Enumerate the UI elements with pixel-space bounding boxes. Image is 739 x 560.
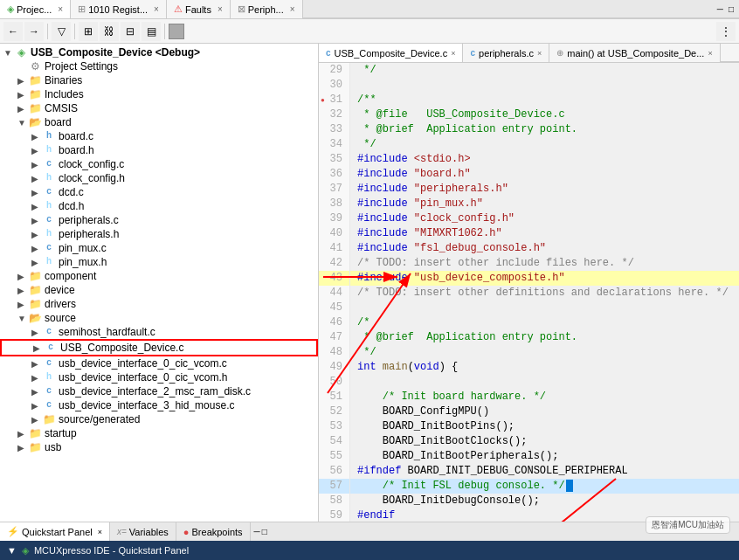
minimize-view-icon[interactable]: ─ bbox=[254, 527, 260, 536]
collapse-button[interactable]: ⊟ bbox=[121, 22, 140, 41]
includes-label: Includes bbox=[45, 88, 84, 100]
tree-item-device[interactable]: ▶ 📁 device bbox=[0, 283, 318, 297]
arrow: ▶ bbox=[17, 300, 28, 309]
file-c-icon: c bbox=[42, 186, 56, 198]
tab-faults[interactable]: ⚠ Faults × bbox=[167, 0, 231, 18]
tab-registers-label: 1010 Regist... bbox=[88, 4, 148, 15]
arrow: ▶ bbox=[31, 216, 42, 225]
arrow: ▶ bbox=[17, 443, 28, 453]
tab-peripherals[interactable]: ⊠ Periph... × bbox=[231, 0, 303, 18]
tree-item-usb-if3[interactable]: ▶ c usb_device_interface_3_hid_mouse.c bbox=[0, 398, 318, 412]
folder-icon: 📁 bbox=[28, 284, 42, 296]
back-button[interactable]: ← bbox=[3, 22, 23, 41]
code-line-49: 49 int main(void) { bbox=[319, 360, 739, 375]
faults-icon: ⚠ bbox=[174, 3, 183, 15]
tree-item-usb-composite[interactable]: ▶ c USB_Composite_Device.c bbox=[0, 339, 318, 356]
menu-button[interactable]: ⋮ bbox=[716, 22, 736, 41]
tree-item-board-h[interactable]: ▶ h board.h bbox=[0, 143, 318, 157]
tab-registers-close[interactable]: × bbox=[154, 4, 159, 14]
bottom-tab-breakpoints[interactable]: ● Breakpoints bbox=[176, 522, 251, 541]
grid-button[interactable]: ⊞ bbox=[79, 22, 98, 41]
tree-item-usb-if0-cic-h[interactable]: ▶ h usb_device_interface_0_cic_vcom.h bbox=[0, 370, 318, 384]
code-line-29: 29 */ bbox=[319, 63, 739, 78]
maximize-icon[interactable]: □ bbox=[727, 4, 736, 14]
bottom-tab-variables[interactable]: x= Variables bbox=[110, 522, 176, 541]
folder-icon: 📂 bbox=[28, 312, 42, 324]
tree-item-startup[interactable]: ▶ 📁 startup bbox=[0, 426, 318, 440]
tree-item-binaries[interactable]: ▶ 📁 Binaries bbox=[0, 73, 318, 87]
folder-icon: 📁 bbox=[28, 427, 42, 439]
tree-item-includes[interactable]: ▶ 📁 Includes bbox=[0, 87, 318, 101]
tree-item-dcd-h[interactable]: ▶ h dcd.h bbox=[0, 199, 318, 213]
link-button[interactable]: ⛓ bbox=[100, 22, 119, 41]
code-line-53: 53 BOARD_InitBootPins(); bbox=[319, 419, 739, 434]
file-h-icon: h bbox=[42, 228, 56, 240]
editor-tab-main-close[interactable]: × bbox=[708, 49, 712, 58]
code-line-34: 34 */ bbox=[319, 137, 739, 152]
left-panel: ▼ ◈ USB_Composite_Device <Debug> ▶ ⚙ Pro… bbox=[0, 44, 319, 522]
code-line-50: 50 bbox=[319, 375, 739, 390]
tree-item-pin-mux-h[interactable]: ▶ h pin_mux.h bbox=[0, 255, 318, 269]
quickstart-close[interactable]: × bbox=[98, 528, 102, 536]
tree-item-component[interactable]: ▶ 📁 component bbox=[0, 269, 318, 283]
editor-tab-main-label: main() at USB_Composite_De... bbox=[567, 48, 704, 59]
arrow: ▶ bbox=[31, 359, 42, 369]
folder-icon: 📁 bbox=[28, 88, 42, 100]
arrow: ▶ bbox=[31, 160, 42, 169]
tree-item-project-settings[interactable]: ▶ ⚙ Project Settings bbox=[0, 59, 318, 73]
tree-item-clock-config-c[interactable]: ▶ c clock_config.c bbox=[0, 157, 318, 171]
source-label: source bbox=[45, 312, 76, 324]
expand-button[interactable]: ▤ bbox=[142, 22, 161, 41]
tree-item-board[interactable]: ▼ 📂 board bbox=[0, 115, 318, 129]
editor-container: c USB_Composite_Device.c × c peripherals… bbox=[319, 44, 739, 522]
usb-if3-label: usb_device_interface_3_hid_mouse.c bbox=[59, 399, 234, 411]
tree-item-usb-if0-cic[interactable]: ▶ c usb_device_interface_0_cic_vcom.c bbox=[0, 356, 318, 370]
tab-faults-close[interactable]: × bbox=[218, 4, 223, 14]
editor-tab-peripherals-close[interactable]: × bbox=[537, 49, 542, 58]
tree-item-source-generated[interactable]: ▶ 📁 source/generated bbox=[0, 412, 318, 426]
arrow: ▶ bbox=[31, 328, 42, 337]
tab-project-close[interactable]: × bbox=[58, 4, 63, 14]
tree-item-source[interactable]: ▼ 📂 source bbox=[0, 311, 318, 325]
arrow: ▶ bbox=[17, 429, 28, 439]
editor-tab-usb-composite[interactable]: c USB_Composite_Device.c × bbox=[319, 44, 463, 62]
file-c-icon: c bbox=[44, 342, 58, 354]
tree-item-peripherals-c[interactable]: ▶ c peripherals.c bbox=[0, 213, 318, 227]
maximize-view-icon[interactable]: □ bbox=[262, 527, 267, 536]
file-h-icon: h bbox=[42, 200, 56, 212]
tree-item-usb[interactable]: ▶ 📁 usb bbox=[0, 440, 318, 454]
editor-tab-peripherals[interactable]: c peripherals.c × bbox=[463, 44, 549, 62]
toolbar: ← → ▽ ⊞ ⛓ ⊟ ▤ ⋮ bbox=[0, 19, 739, 44]
tree-item-cmsis[interactable]: ▶ 📁 CMSIS bbox=[0, 101, 318, 115]
tree-item-semihost[interactable]: ▶ c semihost_hardfault.c bbox=[0, 325, 318, 339]
tab-peripherals-close[interactable]: × bbox=[290, 4, 295, 14]
bottom-tab-quickstart[interactable]: ⚡ Quickstart Panel × bbox=[0, 522, 110, 541]
tab-project[interactable]: ◈ Projec... × bbox=[0, 0, 71, 18]
usb-composite-label: USB_Composite_Device.c bbox=[60, 342, 183, 354]
code-line-59: 59 #endif bbox=[319, 508, 739, 522]
mcu-panel: ▼ ◈ MCUXpresso IDE - Quickstart Panel bbox=[0, 541, 739, 560]
tree-item-dcd-c[interactable]: ▶ c dcd.c bbox=[0, 185, 318, 199]
square-button[interactable] bbox=[169, 24, 184, 39]
arrow: ▶ bbox=[33, 343, 44, 353]
code-scroll[interactable]: 29 */ 30 31● /** 32 bbox=[319, 63, 739, 522]
filter-button[interactable]: ▽ bbox=[52, 22, 71, 41]
tree-item-usb-if2[interactable]: ▶ c usb_device_interface_2_msc_ram_disk.… bbox=[0, 384, 318, 398]
tree-root[interactable]: ▼ ◈ USB_Composite_Device <Debug> bbox=[0, 45, 318, 59]
usb-if0-cic-label: usb_device_interface_0_cic_vcom.c bbox=[59, 357, 227, 370]
forward-button[interactable]: → bbox=[24, 22, 44, 41]
peripherals-icon: ⊠ bbox=[238, 3, 245, 15]
tree-item-clock-config-h[interactable]: ▶ h clock_config.h bbox=[0, 171, 318, 185]
editor-tab-usb-close[interactable]: × bbox=[451, 49, 455, 58]
root-icon: ◈ bbox=[14, 46, 28, 59]
folder-icon: 📁 bbox=[28, 102, 42, 114]
tree-item-board-c[interactable]: ▶ h board.c bbox=[0, 129, 318, 143]
tree-item-drivers[interactable]: ▶ 📁 drivers bbox=[0, 297, 318, 311]
editor-tab-main[interactable]: ⊕ main() at USB_Composite_De... × bbox=[549, 44, 720, 62]
tab-registers[interactable]: ⊞ 1010 Regist... × bbox=[71, 0, 167, 18]
tree-item-peripherals-h[interactable]: ▶ h peripherals.h bbox=[0, 227, 318, 241]
minimize-icon[interactable]: ─ bbox=[715, 4, 725, 14]
tree-item-pin-mux-c[interactable]: ▶ c pin_mux.c bbox=[0, 241, 318, 255]
usb-if2-label: usb_device_interface_2_msc_ram_disk.c bbox=[59, 385, 251, 398]
mcu-collapse-icon[interactable]: ▼ bbox=[7, 545, 17, 556]
